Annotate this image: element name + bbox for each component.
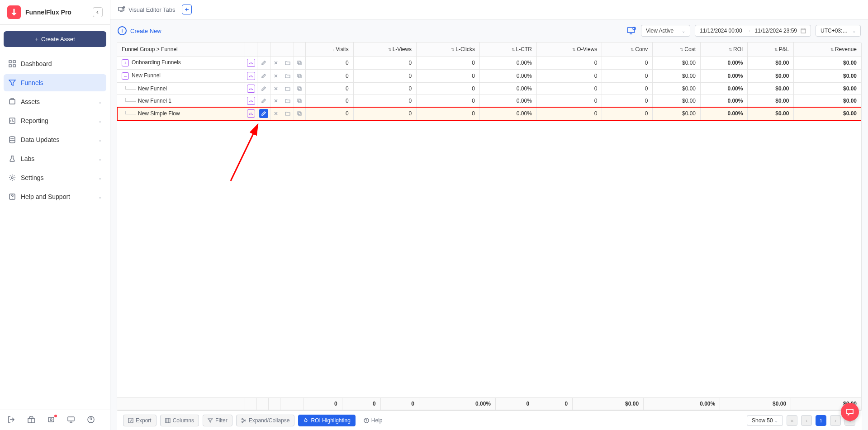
data-cell: $0.00 [794,83,861,95]
export-button[interactable]: Export [123,415,157,426]
row-folder-icon[interactable] [284,110,291,117]
col-cost[interactable]: ⇅Cost [653,43,701,57]
chat-bubble-button[interactable] [841,403,859,421]
timezone-select[interactable]: UTC+03:00… ⌄ [816,25,861,37]
table-row[interactable]: New Simple Flow0000.00%00$0.000.00%$0.00… [117,107,861,120]
row-edit-icon[interactable] [260,59,267,66]
row-copy-icon[interactable] [296,85,303,92]
table-row[interactable]: –New Funnel0000.00%00$0.000.00%$0.00$0.0… [117,70,861,83]
row-chart-icon[interactable] [247,109,255,118]
table-row[interactable]: New Funnel 10000.00%00$0.000.00%$0.00$0.… [117,95,861,107]
sidebar-collapse-button[interactable] [93,7,103,17]
date-to: 11/12/2024 23:59 [755,28,797,34]
row-edit-icon[interactable] [260,97,267,104]
create-new-button[interactable]: + Create New [118,26,161,35]
row-copy-icon[interactable] [296,72,303,80]
col-funnel-group[interactable]: Funnel Group > Funnel [117,43,245,57]
monitor-settings-icon[interactable] [626,26,636,36]
nav-funnels[interactable]: Funnels [4,74,106,91]
col-visits[interactable]: ↓Visits [305,43,353,57]
nav-data-updates[interactable]: Data Updates ⌄ [4,131,106,148]
visual-editor-tabs[interactable]: Visual Editor Tabs [118,5,175,14]
col-revenue[interactable]: ⇅Revenue [794,43,861,57]
col-conv[interactable]: ⇅Conv [602,43,653,57]
col-roi[interactable]: ⇅ROI [701,43,748,57]
roi-highlighting-button[interactable]: ROI Highlighting [298,415,355,426]
row-name-cell[interactable]: New Funnel 1 [117,95,245,107]
database-icon [8,136,16,144]
action-cell [245,95,257,107]
col-lviews[interactable]: ⇅L-Views [353,43,416,57]
nav-settings[interactable]: Settings ⌄ [4,169,106,186]
nav-assets[interactable]: Assets ⌄ [4,93,106,110]
date-range-picker[interactable]: 11/12/2024 00:00 → 11/12/2024 23:59 [695,25,811,37]
row-name-cell[interactable]: +Onboarding Funnels [117,57,245,70]
table-row[interactable]: +Onboarding Funnels0000.00%00$0.000.00%$… [117,57,861,70]
row-name-cell[interactable]: New Funnel [117,83,245,95]
row-chart-icon[interactable] [247,85,255,93]
row-chart-icon[interactable] [247,97,255,105]
columns-button[interactable]: Columns [160,415,199,426]
help-button[interactable]: Help [359,415,387,426]
row-edit-icon[interactable] [260,72,267,80]
row-folder-icon[interactable] [284,97,291,104]
nav-help[interactable]: Help and Support ⌄ [4,188,106,205]
notification-icon[interactable] [47,416,56,425]
monitor-icon[interactable] [67,416,76,425]
col-lctr[interactable]: ⇅L-CTR [479,43,536,57]
add-tab-button[interactable] [182,5,192,14]
row-folder-icon[interactable] [284,72,291,80]
row-chart-icon[interactable] [247,72,255,80]
filter-button[interactable]: Filter [203,415,232,426]
help-circle-icon [364,418,369,423]
col-pl[interactable]: ⇅P&L [748,43,794,57]
row-copy-icon[interactable] [296,59,303,66]
pager-page-1[interactable]: 1 [816,415,826,426]
sort-down-icon: ↓ [333,47,335,52]
row-name-cell[interactable]: New Simple Flow [117,107,245,120]
view-active-select[interactable]: View Active ⌄ [641,25,690,37]
expand-toggle[interactable]: – [122,72,129,80]
row-copy-icon[interactable] [296,110,303,117]
plus-icon: + [35,36,38,43]
data-cell: $0.00 [794,57,861,70]
logout-icon[interactable] [7,416,16,425]
row-copy-icon[interactable] [296,97,303,104]
svg-rect-21 [299,75,301,78]
gift-icon[interactable] [27,416,36,425]
col-oviews[interactable]: ⇅O-Views [536,43,602,57]
page-size-select[interactable]: Show 50 ⌄ [747,415,783,426]
row-name-cell[interactable]: –New Funnel [117,70,245,83]
row-edit-icon[interactable] [259,109,268,118]
pager-first[interactable]: « [787,415,797,426]
sidebar-footer [0,410,110,430]
row-folder-icon[interactable] [284,59,291,66]
row-delete-icon[interactable] [272,110,280,117]
chevron-down-icon: ⌄ [98,194,102,199]
nav-dashboard[interactable]: Dashboard [4,55,106,72]
nav-labs[interactable]: Labs ⌄ [4,150,106,167]
pager-next[interactable]: › [830,415,841,426]
col-lclicks[interactable]: ⇅L-Clicks [417,43,480,57]
row-edit-icon[interactable] [260,85,267,92]
row-delete-icon[interactable] [272,97,280,104]
help-circle-icon[interactable] [87,416,96,425]
row-delete-icon[interactable] [272,72,280,80]
sidebar-header: FunnelFlux Pro [0,0,110,25]
data-cell: $0.00 [748,95,794,107]
row-delete-icon[interactable] [272,85,280,92]
row-delete-icon[interactable] [272,59,280,66]
chevron-down-icon: ⌄ [774,418,778,423]
row-chart-icon[interactable] [247,59,255,67]
table-row[interactable]: New Funnel0000.00%00$0.000.00%$0.00$0.00 [117,83,861,95]
pager-prev[interactable]: ‹ [801,415,812,426]
expand-toggle[interactable]: + [122,59,129,66]
row-folder-icon[interactable] [284,85,291,92]
row-name: New Simple Flow [138,110,180,117]
expand-collapse-button[interactable]: Expand/Collapse [236,415,295,426]
create-asset-button[interactable]: + Create Asset [4,31,106,47]
nav-reporting[interactable]: Reporting ⌄ [4,112,106,129]
total-lviews: 0 [342,398,380,410]
columns-icon [165,418,171,423]
action-cell [294,95,305,107]
